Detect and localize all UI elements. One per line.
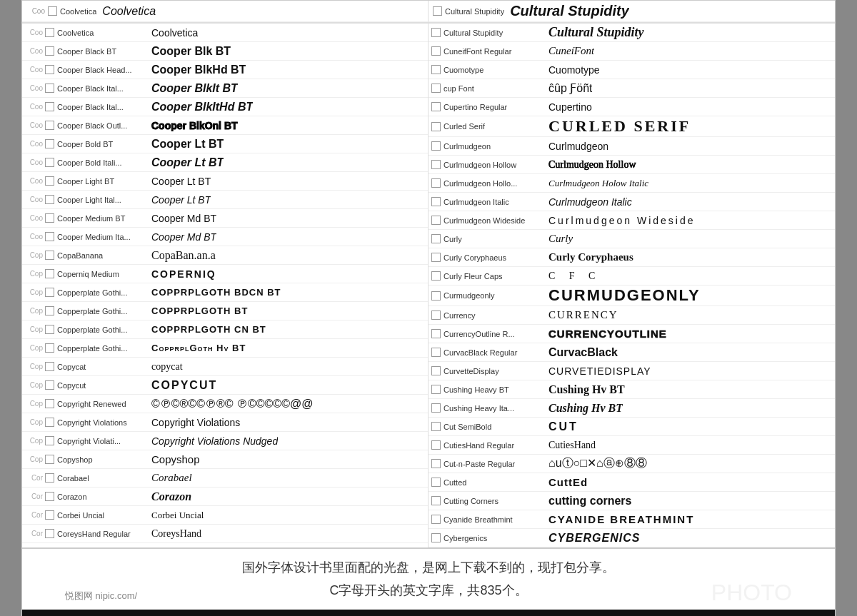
font-preview: Copyright Violations xyxy=(147,417,240,428)
checkbox[interactable] xyxy=(45,213,54,223)
font-name: Curly Coryphaeus xyxy=(441,253,544,262)
right-font-row: Cutting Corners cutting corners xyxy=(428,492,835,510)
checkbox[interactable] xyxy=(45,306,54,315)
checkbox[interactable] xyxy=(431,84,441,93)
right-font-row: Curlmudgeon Hollo... Curlmudgeon Holow I… xyxy=(428,174,835,193)
checkbox[interactable] xyxy=(431,403,441,413)
checkbox[interactable] xyxy=(431,310,441,320)
font-name: Cutting Corners xyxy=(441,497,544,505)
font-name: Cupertino Regular xyxy=(441,103,544,111)
font-preview: Cooper Lt BT xyxy=(147,194,211,206)
font-preview: COPPRPLGOTH BDCN BT xyxy=(147,287,281,298)
checkbox[interactable] xyxy=(45,436,54,445)
checkbox[interactable] xyxy=(431,348,441,357)
font-preview: CurvacBlack xyxy=(544,346,618,359)
checkbox[interactable] xyxy=(431,478,441,487)
checkbox[interactable] xyxy=(45,251,54,260)
font-name: Cybergenics xyxy=(441,534,544,542)
checkbox[interactable] xyxy=(45,195,54,204)
checkbox[interactable] xyxy=(431,197,441,206)
font-preview: cutting corners xyxy=(544,495,631,508)
font-preview: Curlmudgeon Wideside xyxy=(544,215,696,226)
checkbox[interactable] xyxy=(431,65,441,74)
checkbox[interactable] xyxy=(431,515,441,524)
font-preview: Curlmudgeon Hollow xyxy=(544,159,636,171)
checkbox[interactable] xyxy=(431,271,441,281)
font-name: Copperplate Gothi... xyxy=(54,344,147,353)
font-name: Copyright Violations xyxy=(54,418,147,427)
checkbox[interactable] xyxy=(431,253,441,262)
font-preview: Cultural Stupidity xyxy=(544,25,644,40)
checkbox[interactable] xyxy=(45,139,54,148)
checkbox[interactable] xyxy=(431,178,441,188)
left-column: Coo Coolvetica Coolvetica Coo Cooper Bla… xyxy=(22,24,428,547)
left-font-row: Coo Cooper Bold BT Cooper Lt BT xyxy=(22,135,428,153)
checkbox[interactable] xyxy=(45,65,54,74)
left-font-row: Coo Cooper Black BT Cooper Blk BT xyxy=(22,42,428,61)
right-font-row: Cushing Heavy BT Cushing Hv BT xyxy=(428,380,835,399)
checkbox[interactable] xyxy=(45,362,54,371)
checkbox[interactable] xyxy=(431,459,441,468)
scroll-label: Coo xyxy=(25,84,45,92)
checkbox[interactable] xyxy=(431,216,441,225)
checkbox[interactable] xyxy=(45,380,54,390)
checkbox[interactable] xyxy=(45,28,54,37)
font-preview: Cushing Hv BT xyxy=(544,402,623,415)
checkbox[interactable] xyxy=(431,366,441,375)
checkbox[interactable] xyxy=(431,102,441,111)
checkbox[interactable] xyxy=(45,529,54,538)
font-name: Cooper Black BT xyxy=(54,47,147,56)
font-preview: Cuomotype xyxy=(544,64,600,76)
checkbox[interactable] xyxy=(45,492,54,501)
checkbox[interactable] xyxy=(45,84,54,93)
checkbox[interactable] xyxy=(45,232,54,241)
checkbox[interactable] xyxy=(431,385,441,394)
right-column: Cultural Stupidity Cultural Stupidity Cu… xyxy=(428,24,835,547)
font-preview: CUT xyxy=(544,420,578,433)
checkbox[interactable] xyxy=(431,440,441,450)
font-name: CurrencyOutline R... xyxy=(441,330,544,338)
checkbox[interactable] xyxy=(45,418,54,427)
checkbox[interactable] xyxy=(45,121,54,130)
font-name: Cyanide Breathmint xyxy=(441,515,544,524)
left-font-row: Cop Copycat copycat xyxy=(22,358,428,376)
checkbox[interactable] xyxy=(45,46,54,56)
right-font-row: Curmudgeonly CURMUDGEONLY xyxy=(428,286,835,306)
checkbox[interactable] xyxy=(45,269,54,278)
checkbox[interactable] xyxy=(433,6,442,16)
checkbox[interactable] xyxy=(431,533,441,542)
checkbox[interactable] xyxy=(431,234,441,243)
checkbox[interactable] xyxy=(45,102,54,111)
font-name: Curlmudgeon Wideside xyxy=(441,216,544,225)
checkbox[interactable] xyxy=(431,122,441,131)
right-font-row: Cyanide Breathmint CYANIDE BREATHMINT xyxy=(428,510,835,529)
checkbox[interactable] xyxy=(48,6,57,16)
checkbox[interactable] xyxy=(45,288,54,297)
checkbox[interactable] xyxy=(45,325,54,334)
checkbox[interactable] xyxy=(45,510,54,520)
checkbox[interactable] xyxy=(45,473,54,483)
checkbox[interactable] xyxy=(431,28,441,37)
checkbox[interactable] xyxy=(431,160,441,169)
font-name: Cooper Medium BT xyxy=(54,214,147,223)
checkbox[interactable] xyxy=(431,329,441,338)
checkbox[interactable] xyxy=(431,46,441,56)
font-preview: Cooper BlkHd BT xyxy=(147,64,246,76)
left-font-row: Cop Copperplate Gothi... CopprplGoth Hv … xyxy=(22,339,428,358)
checkbox[interactable] xyxy=(45,343,54,353)
checkbox[interactable] xyxy=(45,455,54,464)
checkbox[interactable] xyxy=(431,141,441,151)
checkbox[interactable] xyxy=(45,158,54,167)
footer-line1: 国外字体设计书里面配的光盘，是网上下载不到的，现打包分享。 xyxy=(22,556,835,579)
checkbox[interactable] xyxy=(431,422,441,431)
font-name: cup Font xyxy=(441,84,544,93)
font-preview: CURLED SERIF xyxy=(544,117,691,136)
font-name: Cushing Heavy BT xyxy=(441,385,544,394)
scroll-label: Cop xyxy=(25,251,45,259)
checkbox[interactable] xyxy=(431,291,441,301)
font-preview: Copyright Violations Nudged xyxy=(147,435,278,447)
font-preview: Cooper Lt BT xyxy=(147,156,224,169)
checkbox[interactable] xyxy=(45,399,54,408)
checkbox[interactable] xyxy=(45,176,54,186)
checkbox[interactable] xyxy=(431,496,441,505)
